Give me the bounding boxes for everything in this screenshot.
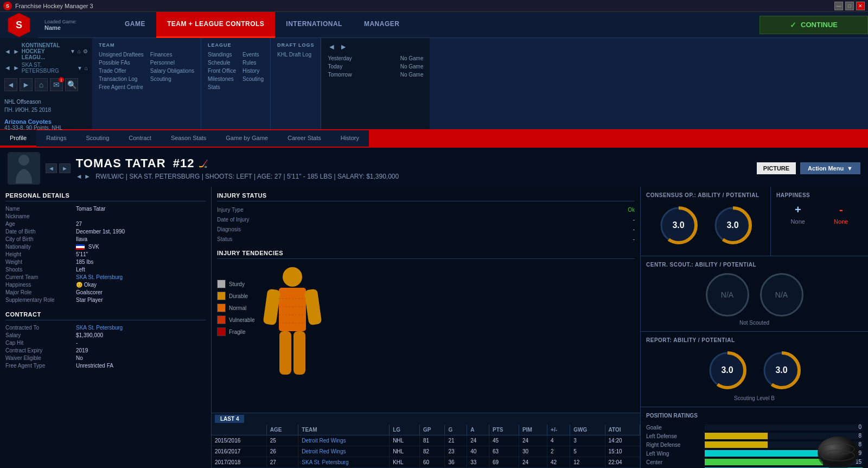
- standings-link[interactable]: Standings: [208, 51, 236, 58]
- front-office-link[interactable]: Front Office: [208, 67, 236, 74]
- rules-link[interactable]: Rules: [242, 59, 264, 66]
- player-weight: 185 LBS: [307, 173, 332, 180]
- events-link[interactable]: Events: [242, 51, 264, 58]
- happiness-section: HAPPINESS + None - None: [770, 187, 868, 256]
- league-name[interactable]: KONTINENTAL HOCKEY LEAGU...: [22, 42, 68, 60]
- atoi-cell: 15:10: [605, 446, 640, 457]
- player-name: TOMAS TATAR #12 🏒: [76, 156, 751, 170]
- contracted-to-label: Contracted To: [5, 325, 76, 331]
- prev-team-btn[interactable]: ◄: [4, 64, 11, 72]
- current-team-value[interactable]: SKA St. Petersburg: [76, 274, 123, 280]
- stats-link[interactable]: Stats: [208, 84, 236, 91]
- pts-cell: 45: [489, 435, 519, 446]
- team-cell[interactable]: Detroit Red Wings: [298, 446, 390, 457]
- prev-league-btn[interactable]: ◄: [4, 48, 11, 55]
- unsigned-draftees-link[interactable]: Unsigned Draftees: [99, 51, 144, 58]
- finances-link[interactable]: Finances: [150, 51, 194, 58]
- top-nav-tabs: GAME TEAM + LEAGUE CONTROLS INTERNATIONA…: [114, 12, 410, 38]
- nav-search-btn[interactable]: 🔍: [65, 78, 78, 91]
- gp-cell: 60: [419, 457, 444, 468]
- nav-forward-btn[interactable]: ►: [20, 78, 33, 91]
- player-name-section: TOMAS TATAR #12 🏒 ◄ ► RW/LW/C | SKA ST. …: [76, 156, 751, 180]
- nav-back-btn[interactable]: ◄: [4, 78, 17, 91]
- main-content: PERSONAL DETAILS Name Tomas Tatar Nickna…: [0, 187, 868, 468]
- player-shoots: LEFT: [236, 173, 252, 180]
- loaded-game-label: Loaded Game:: [44, 19, 107, 24]
- last4-tab[interactable]: LAST 4: [215, 415, 244, 423]
- tab-international[interactable]: INTERNATIONAL: [275, 12, 353, 38]
- team-cell[interactable]: SKA St. Petersburg: [298, 457, 390, 468]
- nav-left-icon: ◄: [76, 173, 82, 180]
- stats-table: AGE TEAM LG GP G A PTS PIM +/- GWG ATOI: [212, 425, 640, 468]
- league-settings-icon[interactable]: ⚙: [83, 48, 88, 54]
- possible-fas-link[interactable]: Possible FAs: [99, 59, 144, 66]
- minimize-btn[interactable]: —: [834, 2, 843, 10]
- league-scouting-link[interactable]: Scouting: [242, 75, 264, 83]
- history-link[interactable]: History: [242, 67, 264, 74]
- trade-offer-link[interactable]: Trade Offer: [99, 67, 144, 74]
- tab-game-by-game[interactable]: Game by Game: [216, 130, 278, 147]
- tab-profile[interactable]: Profile: [0, 130, 36, 147]
- team-cell[interactable]: Detroit Red Wings: [298, 435, 390, 446]
- pim-cell: 24: [519, 435, 547, 446]
- offseason-label: NHL Offseason: [4, 99, 88, 105]
- tab-season-stats[interactable]: Season Stats: [161, 130, 216, 147]
- team-record-name[interactable]: Arizona Coyotes: [4, 118, 88, 125]
- dob-label: Date of Birth: [5, 229, 76, 235]
- transaction-log-link[interactable]: Transaction Log: [99, 75, 144, 83]
- nav-mail-btn[interactable]: ✉ 1: [50, 78, 63, 91]
- maximize-btn[interactable]: □: [845, 2, 854, 10]
- expiry-row: Contract Expiry 2019: [5, 347, 206, 353]
- consensus-ability-gauge: 3.0: [657, 204, 700, 247]
- tab-game[interactable]: GAME: [114, 12, 156, 38]
- schedule-panel: ◄ ► Yesterday No Game Today No Game Tomo…: [321, 38, 430, 129]
- tab-ratings[interactable]: Ratings: [36, 130, 76, 147]
- plusminus-col-header: +/-: [547, 425, 570, 435]
- center-label: Center: [646, 459, 700, 465]
- team-record: Arizona Coyotes 41-33-8, 90 Points, NHL: [4, 118, 88, 131]
- legend-durable: Durable: [217, 292, 254, 300]
- action-menu-button[interactable]: Action Menu ▼: [800, 162, 860, 174]
- team-home-icon[interactable]: ⌂: [85, 65, 88, 71]
- khl-draft-log-link[interactable]: KHL Draft Log: [277, 51, 315, 58]
- injury-diagnosis-row: Diagnosis -: [217, 225, 635, 233]
- durable-color-icon: [217, 292, 226, 300]
- contracted-to-value[interactable]: SKA St. Petersburg: [76, 325, 123, 331]
- schedule-prev-btn[interactable]: ◄: [328, 42, 335, 51]
- g-col-header: G: [445, 425, 467, 435]
- league-home-icon[interactable]: ⌂: [78, 48, 81, 54]
- continue-button[interactable]: ✓ CONTINUE: [760, 16, 868, 34]
- picture-button[interactable]: PICTURE: [757, 162, 796, 174]
- free-agent-centre-link[interactable]: Free Agent Centre: [99, 84, 144, 91]
- league-expand-icon[interactable]: ▼: [70, 48, 75, 54]
- close-btn[interactable]: ✕: [856, 2, 865, 10]
- nationality-row: Nationality SVK: [5, 244, 206, 250]
- age-row: Age 27: [5, 221, 206, 227]
- tab-contract[interactable]: Contract: [119, 130, 161, 147]
- tab-career-stats[interactable]: Career Stats: [278, 130, 331, 147]
- draft-logs-section: DRAFT LOGS KHL Draft Log: [271, 38, 322, 129]
- tab-team-league[interactable]: TEAM + LEAGUE CONTROLS: [156, 12, 275, 38]
- tab-manager[interactable]: MANAGER: [353, 12, 411, 38]
- tab-history[interactable]: History: [331, 130, 369, 147]
- league-schedule-link[interactable]: Schedule: [208, 59, 236, 66]
- next-league-btn[interactable]: ►: [13, 48, 20, 55]
- player-next-btn[interactable]: ►: [59, 163, 71, 173]
- team-name[interactable]: SKA ST. PETERSBURG: [22, 62, 75, 74]
- team-expand-icon[interactable]: ▼: [77, 65, 82, 71]
- milestones-link[interactable]: Milestones: [208, 75, 236, 83]
- age-cell: 27: [266, 457, 298, 468]
- schedule-next-btn[interactable]: ►: [340, 42, 347, 51]
- player-prev-btn[interactable]: ◄: [46, 163, 57, 173]
- g-cell: 23: [445, 446, 467, 457]
- team-col-header: TEAM: [298, 425, 390, 435]
- tab-scouting[interactable]: Scouting: [76, 130, 119, 147]
- salary-obligations-link[interactable]: Salary Obligations: [150, 67, 194, 74]
- personnel-link[interactable]: Personnel: [150, 59, 194, 66]
- nav-home-btn[interactable]: ⌂: [35, 78, 48, 91]
- report-ability-gauge: 3.0: [706, 349, 749, 392]
- next-team-btn[interactable]: ►: [13, 64, 20, 72]
- a-cell: 24: [467, 435, 489, 446]
- fragile-label: Fragile: [229, 329, 246, 335]
- scouting-link[interactable]: Scouting: [150, 75, 194, 83]
